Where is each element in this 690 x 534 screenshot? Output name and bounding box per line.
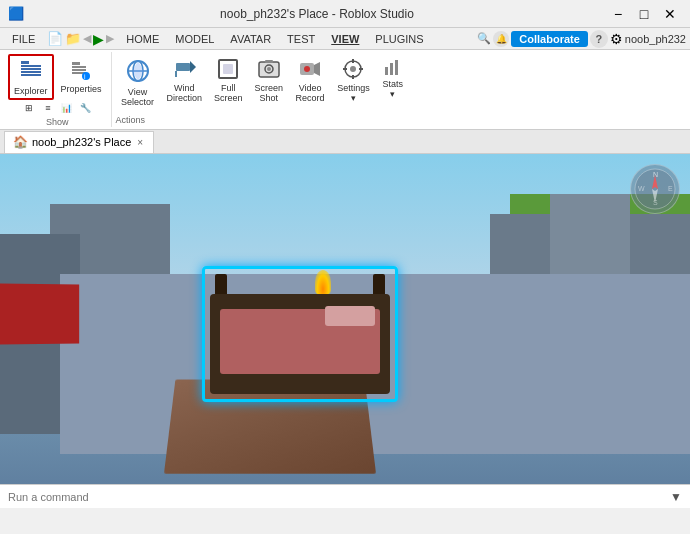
explorer-icon [19, 58, 43, 85]
bed-object [210, 274, 390, 394]
menu-file[interactable]: FILE [4, 31, 43, 47]
menu-view[interactable]: VIEW [323, 31, 367, 47]
menu-model[interactable]: MODEL [167, 31, 222, 47]
svg-rect-5 [72, 62, 80, 65]
small-icon-1: ⊞ [25, 103, 33, 113]
ribbon-group-actions: View Selector Wind Direction [112, 52, 413, 127]
show-group-label: Show [46, 115, 69, 127]
svg-rect-15 [176, 63, 190, 71]
view-selector-icon [124, 57, 152, 87]
menu-bar: FILE 📄 📁 ◀ ▶ ▶ HOME MODEL AVATAR TEST VI… [0, 28, 690, 50]
red-block [0, 283, 79, 344]
toolbar-open[interactable]: 📁 [65, 31, 81, 46]
full-screen-label: Full Screen [214, 83, 243, 103]
small-btn-1[interactable]: ⊞ [20, 101, 38, 115]
small-btn-4[interactable]: 🔧 [77, 101, 95, 115]
show-small-buttons: ⊞ ≡ 📊 🔧 [20, 101, 95, 115]
window-controls: − □ ✕ [606, 4, 682, 24]
help-icon[interactable]: ? [590, 30, 608, 48]
video-record-button[interactable]: Video Record [290, 54, 330, 106]
actions-group-label: Actions [116, 113, 409, 125]
explorer-button[interactable]: Explorer [8, 54, 54, 100]
menu-plugins[interactable]: PLUGINS [367, 31, 431, 47]
svg-rect-33 [385, 67, 388, 75]
status-bar: ▼ [0, 484, 690, 508]
minimize-button[interactable]: − [606, 4, 630, 24]
stats-button[interactable]: Stats ▾ [377, 54, 409, 102]
video-record-icon [298, 57, 322, 83]
screen-shot-icon [257, 57, 281, 83]
collaborate-button[interactable]: Collaborate [511, 31, 588, 47]
compass: N E S W [630, 164, 680, 214]
wind-direction-icon [172, 57, 196, 83]
title-bar: 🟦 noob_ph232's Place - Roblox Studio − □… [0, 0, 690, 28]
notification-icon[interactable]: 🔔 [493, 31, 509, 47]
viewport[interactable]: N E S W [0, 154, 690, 484]
ribbon: Explorer i Properties ⊞ ≡ [0, 50, 690, 130]
small-btn-3[interactable]: 📊 [58, 101, 76, 115]
svg-point-22 [267, 67, 271, 71]
settings-button[interactable]: Settings ▾ [332, 54, 375, 106]
toolbar-undo[interactable]: ◀ [83, 32, 91, 45]
menu-test[interactable]: TEST [279, 31, 323, 47]
maximize-button[interactable]: □ [632, 4, 656, 24]
doc-tab-label: noob_ph232's Place [32, 136, 131, 148]
doc-tab[interactable]: 🏠 noob_ph232's Place × [4, 131, 154, 153]
video-record-label: Video Record [296, 83, 325, 103]
bed-pillow [325, 306, 375, 326]
svg-rect-4 [21, 74, 41, 76]
user-label[interactable]: noob_ph232 [625, 33, 686, 45]
doc-tab-close[interactable]: × [135, 136, 145, 149]
wind-direction-button[interactable]: Wind Direction [162, 54, 208, 106]
svg-rect-3 [21, 71, 41, 73]
action-buttons-row: View Selector Wind Direction [116, 54, 409, 113]
svg-rect-2 [21, 68, 41, 70]
menu-avatar[interactable]: AVATAR [222, 31, 279, 47]
explorer-label: Explorer [14, 86, 48, 96]
svg-rect-23 [265, 60, 273, 63]
svg-rect-1 [21, 65, 41, 67]
menu-home[interactable]: HOME [118, 31, 167, 47]
svg-rect-19 [223, 64, 233, 74]
command-input[interactable] [8, 491, 670, 503]
settings-icon[interactable]: ⚙ [610, 31, 623, 47]
svg-text:W: W [638, 185, 645, 192]
properties-label: Properties [61, 84, 102, 94]
screen-shot-button[interactable]: Screen Shot [250, 54, 289, 106]
settings-label: Settings ▾ [337, 83, 370, 103]
svg-text:E: E [668, 185, 673, 192]
stats-icon [383, 57, 403, 79]
svg-rect-34 [390, 63, 393, 75]
doc-tab-bar: 🏠 noob_ph232's Place × [0, 130, 690, 154]
svg-rect-35 [395, 60, 398, 75]
small-btn-2[interactable]: ≡ [39, 101, 57, 115]
svg-marker-16 [190, 61, 196, 73]
view-selector-button[interactable]: View Selector [116, 54, 160, 110]
window-title: noob_ph232's Place - Roblox Studio [28, 7, 606, 21]
status-arrow[interactable]: ▼ [670, 490, 682, 504]
toolbar-new[interactable]: 📄 [47, 31, 63, 46]
stats-label: Stats ▾ [382, 79, 403, 99]
small-icon-3: 📊 [61, 103, 72, 113]
search-icon: 🔍 [477, 32, 491, 45]
close-button[interactable]: ✕ [658, 4, 682, 24]
header-right-cluster: 🔍 🔔 Collaborate ? ⚙ noob_ph232 [477, 30, 686, 48]
svg-rect-0 [21, 61, 29, 64]
settings-ribbon-icon [341, 57, 365, 83]
screen-shot-label: Screen Shot [255, 83, 284, 103]
full-screen-icon [216, 57, 240, 83]
toolbar-play[interactable]: ▶ [93, 31, 104, 47]
wind-direction-label: Wind Direction [167, 83, 203, 103]
doc-tab-icon: 🏠 [13, 135, 28, 149]
svg-rect-17 [175, 71, 177, 77]
svg-point-28 [350, 66, 356, 72]
show-buttons: Explorer i Properties [8, 54, 107, 100]
view-selector-label: View Selector [121, 87, 154, 107]
small-icon-4: 🔧 [80, 103, 91, 113]
full-screen-button[interactable]: Full Screen [209, 54, 248, 106]
properties-button[interactable]: i Properties [56, 57, 107, 97]
ribbon-group-show: Explorer i Properties ⊞ ≡ [4, 52, 112, 127]
svg-rect-7 [72, 69, 86, 71]
svg-text:N: N [653, 171, 658, 178]
toolbar-redo[interactable]: ▶ [106, 32, 114, 45]
